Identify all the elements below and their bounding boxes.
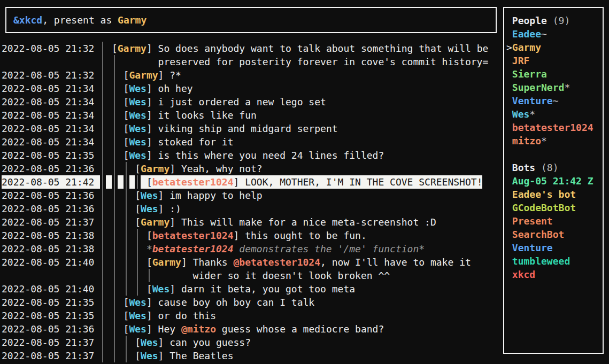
- thread-guide: [112, 109, 124, 122]
- member-sidebar[interactable]: People (9) Eadee~>Garmy JRF Sierra Super…: [503, 7, 604, 354]
- chat-line[interactable]: 2022-08-05 21:38[betatester1024] this ou…: [2, 229, 488, 242]
- message-text: [Wes] :): [135, 202, 181, 215]
- message-segment: ]: [233, 230, 245, 241]
- chat-line[interactable]: 2022-08-05 21:36[Wes] Hey @mitzo guess w…: [2, 322, 488, 336]
- message-segment: [: [147, 176, 152, 188]
- chat-line[interactable]: 2022-08-05 21:36[Garmy] Yeah, why not?: [2, 162, 488, 175]
- message-segment: ]: [147, 150, 158, 161]
- thread-guide: [100, 95, 112, 109]
- message-text: [Wes] stoked for it: [124, 135, 234, 149]
- chat-line[interactable]: 2022-08-05 21:37[Wes] The Beatles: [2, 349, 488, 362]
- chat-line[interactable]: 2022-08-05 21:32[Garmy] So does anybody …: [2, 42, 488, 55]
- nick-segment: betatester1024: [152, 243, 234, 254]
- member-list-item[interactable]: SuperNerd*: [506, 81, 603, 94]
- thread-guide: [100, 189, 112, 202]
- chat-line[interactable]: 2022-08-05 21:34[Wes] i just ordered a n…: [2, 95, 488, 109]
- chat-line[interactable]: 2022-08-05 21:36[Wes] im happy to help: [2, 189, 488, 202]
- nick-segment: @betatester1024: [233, 257, 320, 268]
- member-list-item[interactable]: tumbleweed: [506, 254, 603, 268]
- marker-space: [506, 55, 512, 66]
- thread-guide: [100, 229, 112, 242]
- nick-segment: @mitzo: [181, 323, 216, 335]
- thread-guide: [124, 175, 135, 189]
- thread-guide: [100, 135, 112, 149]
- chat-line[interactable]: 2022-08-05 21:40[Wes] darn it beta, you …: [2, 282, 488, 296]
- timestamp: [2, 269, 100, 282]
- chat-line[interactable]: 2022-08-05 21:35[Wes] cause boy oh boy c…: [2, 296, 488, 309]
- chat-line[interactable]: 2022-08-05 21:37[Wes] can you guess?: [2, 336, 488, 349]
- message-text: [Garmy] Thanks @betatester1024, now I'll…: [147, 255, 471, 269]
- member-list-item[interactable]: Sierra: [506, 67, 603, 81]
- message-text: [Wes] or do this: [124, 309, 216, 322]
- message-segment: viking ship and midgard serpent: [158, 123, 338, 134]
- member-list-item[interactable]: Venture~: [506, 94, 603, 107]
- thread-guide: [112, 255, 124, 269]
- chat-line[interactable]: 2022-08-05 21:40[Garmy] Thanks @betatest…: [2, 255, 488, 269]
- nick-segment: Garmy: [141, 216, 169, 228]
- message-segment: Hey: [158, 323, 181, 335]
- chat-line[interactable]: 2022-08-05 21:32[Garmy] ?*: [2, 68, 488, 82]
- chat-line[interactable]: 2022-08-05 21:34[Wes] it looks like fun: [2, 109, 488, 122]
- thread-guide: [124, 349, 135, 362]
- member-name: Aug-05 21:42 Z: [512, 175, 593, 187]
- member-list-item[interactable]: Venture: [506, 241, 603, 254]
- message-text: [Garmy] Yeah, why not?: [135, 162, 262, 175]
- thread-guide: [124, 255, 135, 269]
- thread-guide: [124, 282, 135, 296]
- chat-line[interactable]: 2022-08-05 21:34[Wes] oh hey: [2, 82, 488, 95]
- message-text: [Garmy] This will make for a nice meta-s…: [135, 215, 436, 229]
- member-list-item[interactable]: Present: [506, 214, 603, 228]
- thread-guide: [124, 162, 135, 175]
- chat-line[interactable]: 2022-08-05 21:35[Wes] or do this: [2, 309, 488, 322]
- chat-line[interactable]: 2022-08-05 21:36[Wes] :): [2, 202, 488, 215]
- marker-space: [506, 189, 512, 200]
- chat-line[interactable]: 2022-08-05 21:37[Garmy] This will make f…: [2, 215, 488, 229]
- message-segment: [: [124, 310, 129, 321]
- chat-line[interactable]: 2022-08-05 21:35[Wes] is this where you …: [2, 149, 488, 162]
- marker-space: [506, 269, 512, 280]
- member-list-item[interactable]: Eadee's bot: [506, 188, 603, 201]
- thread-guide: [100, 282, 112, 296]
- member-list-item[interactable]: SearchBot: [506, 228, 603, 241]
- thread-guide: [135, 255, 147, 269]
- member-list-item[interactable]: xkcd: [506, 268, 603, 281]
- member-name: mitzo: [512, 135, 541, 146]
- timestamp: 2022-08-05 21:34: [2, 122, 100, 135]
- chat-line[interactable]: 2022-08-05 21:34[Wes] viking ship and mi…: [2, 122, 488, 135]
- chat-line-selected[interactable]: 2022-08-05 21:42[betatester1024] LOOK, M…: [2, 175, 488, 189]
- section-count: (8): [541, 162, 559, 173]
- message-segment: [: [124, 136, 129, 148]
- chat-line[interactable]: wider so it doesn't look broken ^^: [2, 269, 488, 282]
- message-text: [Wes] i just ordered a new lego set: [124, 95, 326, 109]
- member-list-item[interactable]: JRF: [506, 54, 603, 67]
- chat-line[interactable]: 2022-08-05 21:34[Wes] stoked for it: [2, 135, 488, 149]
- message-segment: ]: [158, 337, 170, 348]
- message-text: [betatester1024] this ought to be fun.: [147, 229, 367, 242]
- timestamp: 2022-08-05 21:35: [2, 149, 100, 162]
- message-text: preserved for posterity forever in cove'…: [158, 55, 489, 68]
- member-list-item[interactable]: >Garmy: [506, 41, 603, 54]
- member-list-item[interactable]: GCodeBotBot: [506, 201, 603, 214]
- nick-segment: Wes: [141, 350, 158, 361]
- chat-message-area[interactable]: 2022-08-05 21:32[Garmy] So does anybody …: [2, 42, 488, 362]
- member-status-suffix: *: [564, 82, 570, 93]
- marker-space: [506, 68, 512, 80]
- message-text: [Wes] oh hey: [124, 82, 193, 95]
- message-segment: cause boy oh boy can I talk: [158, 297, 315, 308]
- member-list-item[interactable]: betatester1024: [506, 121, 603, 134]
- thread-guide: [112, 68, 124, 82]
- member-list-item[interactable]: mitzo*: [506, 134, 603, 148]
- member-list-item[interactable]: Eadee~: [506, 27, 603, 41]
- chat-line[interactable]: preserved for posterity forever in cove'…: [2, 55, 488, 68]
- thread-guide: [100, 175, 112, 189]
- message-segment: :): [169, 203, 181, 214]
- message-text: wider so it doesn't look broken ^^: [193, 269, 390, 282]
- timestamp: 2022-08-05 21:34: [2, 82, 100, 95]
- member-name: Venture: [512, 242, 553, 253]
- timestamp: 2022-08-05 21:38: [2, 229, 100, 242]
- chat-line[interactable]: 2022-08-05 21:38*betatester1024 demonstr…: [2, 242, 488, 255]
- member-list-item[interactable]: Aug-05 21:42 Z: [506, 174, 603, 188]
- member-list-item[interactable]: Wes*: [506, 107, 603, 121]
- message-segment: ]: [147, 110, 158, 121]
- message-text: [Wes] darn it beta, you got too meta: [147, 282, 355, 296]
